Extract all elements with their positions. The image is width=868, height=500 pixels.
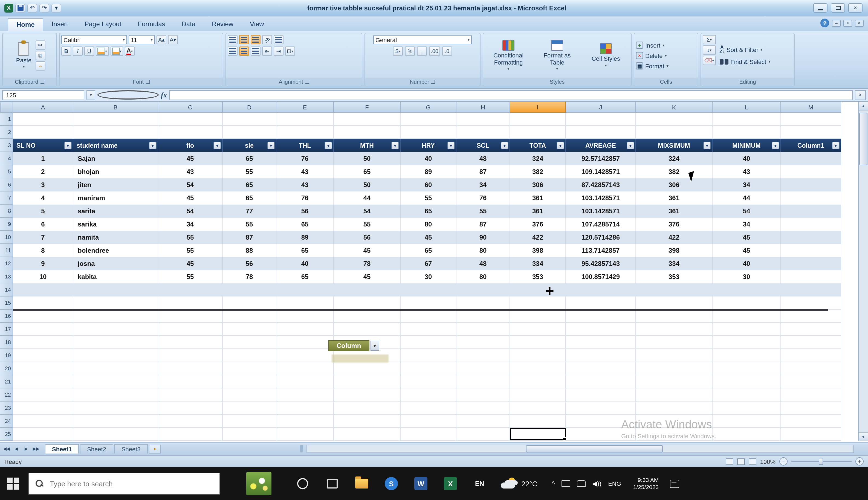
row-header-8[interactable]: 8 [0, 205, 13, 218]
row-header-20[interactable]: 20 [0, 362, 13, 375]
decrease-indent-icon[interactable]: ⇤ [262, 46, 272, 56]
shrink-font-icon[interactable]: A▾ [168, 35, 178, 44]
cell[interactable]: 10 [13, 270, 74, 283]
redo-button[interactable]: ↷ [40, 3, 49, 12]
cell[interactable]: kabita [74, 270, 158, 283]
column-header-K[interactable]: K [636, 102, 712, 113]
cell[interactable]: 54 [712, 205, 781, 218]
row-header-15[interactable]: 15 [0, 296, 13, 310]
cell[interactable]: maniram [74, 192, 158, 205]
row-header-14[interactable]: 14 [0, 283, 13, 296]
row-header-17[interactable]: 17 [0, 323, 13, 336]
close-button[interactable]: × [848, 3, 863, 13]
column-header-F[interactable]: F [334, 102, 401, 113]
column-header-D[interactable]: D [223, 102, 277, 113]
last-sheet-icon[interactable]: ▶▶ [32, 444, 41, 453]
table-header-thl[interactable]: THL▼ [277, 139, 334, 152]
row-header-23[interactable]: 23 [0, 401, 13, 414]
cell[interactable]: sarika [74, 218, 158, 231]
row-header-21[interactable]: 21 [0, 375, 13, 388]
cell[interactable]: 89 [401, 165, 456, 178]
zoom-slider-thumb[interactable] [819, 458, 823, 465]
cell[interactable]: 55 [401, 192, 456, 205]
cell[interactable]: 103.1428571 [566, 192, 636, 205]
fx-icon[interactable]: fx [161, 91, 167, 99]
tab-split-handle[interactable] [300, 445, 303, 452]
cell[interactable]: 55 [334, 218, 401, 231]
align-bottom-icon[interactable] [251, 35, 260, 44]
cell[interactable]: 6 [13, 218, 74, 231]
italic-button[interactable]: I [73, 46, 83, 56]
cell[interactable]: 67 [401, 257, 456, 270]
column-header-L[interactable]: L [712, 102, 781, 113]
teams-icon[interactable]: S [384, 477, 398, 491]
cell[interactable]: 34 [158, 218, 223, 231]
row-header-3[interactable]: 3 [0, 139, 13, 152]
cell[interactable]: 103.1428571 [566, 205, 636, 218]
cell[interactable]: 382 [510, 165, 566, 178]
align-top-icon[interactable] [228, 35, 237, 44]
column-header-B[interactable]: B [74, 102, 158, 113]
sheet-tab-sheet2[interactable]: Sheet2 [80, 444, 113, 454]
filter-dropdown-icon[interactable]: ▼ [267, 142, 275, 149]
cell[interactable]: Sajan [74, 152, 158, 165]
cell[interactable]: 40 [712, 257, 781, 270]
cell[interactable]: 76 [277, 192, 334, 205]
font-color-button[interactable]: A▾ [125, 46, 135, 56]
cell[interactable]: 43 [277, 165, 334, 178]
row-header-16[interactable]: 16 [0, 310, 13, 323]
table-header-mixsimum[interactable]: MIXSIMUM▼ [636, 139, 712, 152]
cell[interactable]: 88 [223, 244, 277, 257]
cell[interactable]: 55 [223, 218, 277, 231]
dialog-launcher-icon[interactable] [431, 80, 435, 84]
taskbar-clock[interactable]: 9:33 AM 1/25/2023 [633, 477, 659, 491]
cell[interactable]: 89 [277, 231, 334, 244]
horizontal-scroll-thumb[interactable] [526, 445, 663, 452]
cell[interactable]: 45 [712, 231, 781, 244]
borders-button[interactable]: ▾ [96, 46, 109, 56]
word-icon[interactable]: W [414, 477, 428, 491]
ribbon-close-icon[interactable]: × [855, 20, 864, 26]
zoom-out-icon[interactable]: – [779, 457, 788, 466]
ribbon-tab-page-layout[interactable]: Page Layout [76, 18, 130, 31]
column-header-C[interactable]: C [158, 102, 223, 113]
cell[interactable]: 48 [456, 152, 510, 165]
row-header-1[interactable]: 1 [0, 113, 13, 126]
filter-dropdown-icon[interactable]: ▼ [149, 142, 157, 149]
column-header-J[interactable]: J [566, 102, 636, 113]
cell[interactable]: 87 [223, 231, 277, 244]
filter-dropdown-icon[interactable]: ▼ [325, 142, 332, 149]
cell[interactable]: 324 [636, 152, 712, 165]
cell[interactable] [781, 152, 841, 165]
filter-dropdown-icon[interactable]: ▼ [213, 142, 221, 149]
bold-button[interactable]: B [61, 46, 71, 56]
dialog-launcher-icon[interactable] [305, 80, 309, 84]
ime-indicator[interactable]: ENG [608, 480, 621, 487]
volume-icon[interactable]: ◀)) [592, 480, 601, 487]
floating-filter-dropdown-icon[interactable]: ▼ [370, 341, 379, 351]
cell[interactable]: 95.42857143 [566, 257, 636, 270]
ribbon-tab-review[interactable]: Review [204, 18, 241, 31]
cell[interactable]: 55 [158, 231, 223, 244]
row-header-6[interactable]: 6 [0, 178, 13, 192]
cell[interactable]: 45 [158, 152, 223, 165]
table-header-avreage[interactable]: AVREAGE▼ [566, 139, 636, 152]
ribbon-tab-data[interactable]: Data [173, 18, 204, 31]
cell[interactable]: 2 [13, 165, 74, 178]
filter-dropdown-icon[interactable]: ▼ [556, 142, 564, 149]
vertical-scrollbar[interactable]: ▲ ▼ [858, 102, 868, 441]
news-widget-image[interactable] [246, 472, 271, 495]
cell[interactable]: 55 [158, 244, 223, 257]
row-header-2[interactable]: 2 [0, 126, 13, 139]
cell[interactable]: bolendree [74, 244, 158, 257]
format-painter-icon[interactable]: ⌁ [35, 61, 45, 70]
wrap-text-icon[interactable] [274, 35, 283, 44]
filter-dropdown-icon[interactable]: ▼ [832, 142, 839, 149]
first-sheet-icon[interactable]: ◀◀ [2, 444, 11, 453]
cell[interactable]: 422 [510, 231, 566, 244]
cell[interactable] [781, 244, 841, 257]
active-cell-outline[interactable] [510, 428, 566, 440]
cell[interactable]: 8 [13, 244, 74, 257]
cell[interactable]: 361 [510, 192, 566, 205]
paste-button[interactable]: Paste ▾ [14, 42, 34, 69]
